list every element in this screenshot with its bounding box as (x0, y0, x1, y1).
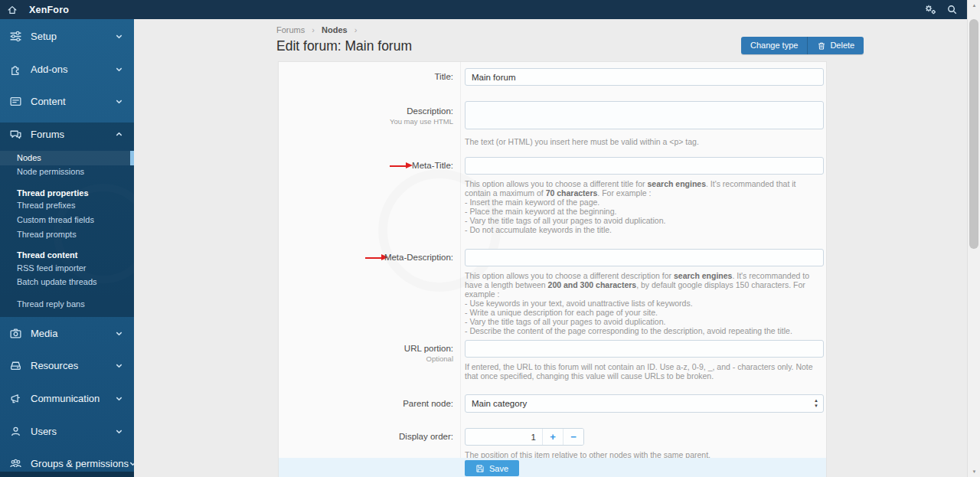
xenforo-admin-page: XenForo Setup (0, 0, 980, 477)
sidebar-item-label: Resources (31, 360, 115, 371)
description-hint: The text (or HTML) you insert here must … (465, 137, 824, 146)
chevron-down-icon (115, 65, 123, 74)
url-portion-input[interactable] (465, 340, 824, 358)
sliders-icon (9, 30, 22, 43)
save-label: Save (489, 464, 508, 473)
forums-chat-icon (9, 128, 22, 141)
meta-title-tip: - Place the main keyword at the beginnin… (465, 207, 824, 216)
sidebar-item-label: Groups & permissions (31, 458, 129, 469)
puzzle-icon (9, 63, 22, 76)
select-stepper-icon: ▲▼ (814, 398, 818, 409)
sidebar-next-section-edge (0, 472, 134, 477)
topbar: XenForo (0, 0, 967, 19)
sidebar-item-label: Forums (31, 129, 115, 140)
url-portion-hint: If entered, the URL to this forum will n… (465, 362, 824, 381)
meta-title-hint: This option allows you to choose a diffe… (465, 179, 824, 198)
change-type-button[interactable]: Change type (741, 37, 807, 54)
sidebar-subitem-thread-prefixes[interactable]: Thread prefixes (0, 198, 134, 213)
form-column-divider (460, 62, 461, 458)
breadcrumb-nodes[interactable]: Nodes (322, 25, 348, 34)
main-content: Forums › Nodes › Edit forum: Main forum … (134, 19, 967, 477)
meta-description-tip: - Describe the content of the page corre… (465, 326, 824, 335)
scroll-up-icon[interactable]: ▲ (968, 0, 980, 11)
description-note: You may use HTML (279, 117, 453, 126)
sidebar-item-content[interactable]: Content (0, 88, 134, 114)
save-button[interactable]: Save (465, 460, 519, 476)
chevron-down-icon (115, 361, 123, 370)
sidebar-subitem-thread-reply-bans[interactable]: Thread reply bans (0, 297, 134, 312)
meta-description-label: Meta-Description: (279, 253, 453, 262)
sidebar-item-label: Users (31, 426, 115, 437)
parent-node-label: Parent node: (279, 399, 453, 408)
scroll-down-icon[interactable]: ▼ (968, 466, 980, 477)
sidebar-subitem-thread-prompts[interactable]: Thread prompts (0, 227, 134, 242)
meta-description-input[interactable] (465, 249, 824, 266)
brand-logo[interactable]: XenForo (29, 5, 69, 15)
display-order-label: Display order: (279, 432, 453, 441)
url-portion-label: URL portion: (279, 344, 453, 353)
content-card-icon (9, 95, 22, 108)
chevron-down-icon (115, 32, 123, 41)
sidebar-item-users[interactable]: Users (0, 418, 134, 444)
decrement-button[interactable]: − (563, 429, 583, 445)
user-group-icon (9, 457, 22, 470)
breadcrumb-forums[interactable]: Forums (276, 25, 305, 34)
sidebar-item-resources[interactable]: Resources (0, 352, 134, 378)
sidebar-item-forums[interactable]: Forums (0, 121, 134, 147)
breadcrumb-separator: › (354, 25, 358, 34)
sidebar-item-communication[interactable]: Communication (0, 385, 134, 411)
trash-icon (817, 41, 826, 51)
sidebar-subitem-batch-update-threads[interactable]: Batch update threads (0, 275, 134, 289)
meta-title-label: Meta-Title: (279, 161, 453, 170)
display-order-stepper: + − (465, 428, 584, 446)
sidebar-item-label: Media (31, 328, 115, 339)
sidebar-item-addons[interactable]: Add-ons (0, 56, 134, 82)
page-title: Edit forum: Main forum (276, 38, 412, 54)
meta-description-tip: - Write a unique description for each pa… (465, 308, 824, 317)
title-input[interactable] (465, 68, 824, 86)
sidebar-subitem-nodes[interactable]: Nodes (0, 151, 134, 165)
meta-description-tip: - Vary the title tags of all your pages … (465, 317, 824, 326)
home-icon[interactable] (7, 5, 18, 15)
breadcrumb-separator: › (312, 25, 315, 34)
chevron-down-icon (115, 394, 123, 403)
delete-button[interactable]: Delete (807, 37, 864, 54)
sidebar-item-setup[interactable]: Setup (0, 23, 134, 49)
parent-node-select[interactable]: Main category ▲▼ (465, 394, 824, 413)
sidebar-subitem-rss-feed-importer[interactable]: RSS feed importer (0, 261, 134, 276)
parent-node-value: Main category (472, 399, 527, 408)
chevron-down-icon (115, 427, 123, 436)
search-icon[interactable] (941, 0, 962, 19)
sidebar-item-label: Setup (31, 31, 115, 42)
chevron-up-icon (115, 130, 123, 139)
save-bar: Save (279, 458, 826, 477)
meta-description-hint: This option allows you to choose a diffe… (465, 271, 824, 299)
drive-icon (9, 359, 22, 372)
display-order-input[interactable] (466, 429, 542, 445)
meta-description-tip: - Use keywords in your text, avoid unatt… (465, 299, 824, 308)
delete-label: Delete (830, 37, 854, 54)
description-textarea[interactable] (465, 101, 824, 129)
scrollbar-thumb[interactable] (969, 19, 978, 249)
change-type-label: Change type (750, 37, 798, 54)
megaphone-icon (9, 392, 22, 405)
floppy-disk-icon (475, 464, 485, 473)
chevron-down-icon (115, 329, 123, 338)
meta-title-tip: - Vary the title tags of all your pages … (465, 216, 824, 225)
meta-title-input[interactable] (465, 157, 824, 175)
page-scrollbar[interactable]: ▲ ▼ (967, 0, 980, 477)
sidebar-subheader-thread-content: Thread content (0, 248, 134, 262)
url-portion-note: Optional (279, 354, 453, 363)
user-icon (9, 425, 22, 438)
sidebar-subitem-custom-thread-fields[interactable]: Custom thread fields (0, 213, 134, 227)
gears-icon[interactable] (920, 0, 941, 19)
sidebar-subitem-node-permissions[interactable]: Node permissions (0, 165, 134, 179)
sidebar: Setup Add-ons Content Forums (0, 19, 134, 477)
chevron-down-icon (115, 97, 123, 106)
edit-forum-form: Title: Description: You may use HTML The… (278, 61, 827, 477)
sidebar-item-label: Content (31, 96, 115, 107)
description-label: Description: (279, 106, 453, 116)
increment-button[interactable]: + (542, 429, 563, 445)
meta-title-tip: - Do not accumulate keywords in the titl… (465, 225, 824, 234)
sidebar-item-media[interactable]: Media (0, 320, 134, 346)
